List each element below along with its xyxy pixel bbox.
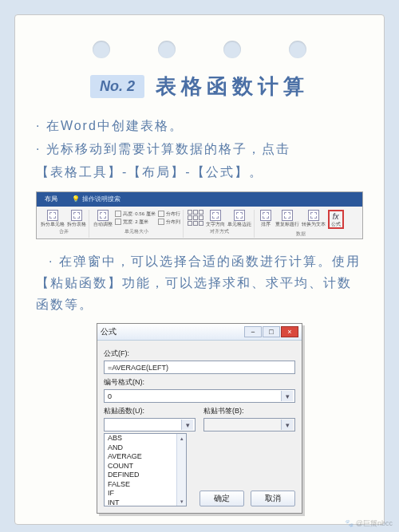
paste-function-label: 粘贴函数(U):: [104, 406, 196, 416]
group-label: 单元格大小: [124, 228, 148, 235]
format-combo[interactable]: 0: [104, 389, 295, 403]
word-ribbon: 布局 💡 操作说明搜索 拆分单元格 拆分表格 合并 自动调整 高度: 0.56 …: [36, 191, 363, 239]
sort-button[interactable]: 排序: [259, 210, 273, 227]
intro-line2: · 光标移动到需要计算数据的格子，点击: [36, 138, 363, 160]
dialog-titlebar[interactable]: 公式 − □ ×: [97, 324, 302, 341]
fx-icon: fx: [333, 212, 339, 221]
split-table-button[interactable]: 拆分表格: [67, 210, 86, 227]
list-item[interactable]: AVERAGE: [105, 452, 186, 462]
paste-bookmark-label: 粘贴书签(B):: [203, 406, 295, 416]
split-cells-button[interactable]: 拆分单元格: [41, 210, 65, 227]
ok-button[interactable]: 确定: [200, 491, 244, 506]
dialog-title: 公式: [101, 326, 117, 337]
format-field-label: 编号格式(N):: [104, 377, 295, 388]
page-title: 表格函数计算: [156, 73, 309, 100]
intro-text: · 在Word中创建表格。 · 光标移动到需要计算数据的格子，点击 【表格工具】…: [36, 115, 363, 183]
distribute-buttons[interactable]: 分布行 分布列: [158, 210, 180, 226]
intro-line1: · 在Word中创建表格。: [36, 115, 363, 136]
formula-dialog: 公式 − □ × 公式(F): =AVERAGE(LEFT) 编号格式(N): …: [97, 323, 302, 514]
list-item[interactable]: COUNT: [105, 462, 186, 471]
list-item[interactable]: ABS: [105, 434, 186, 443]
size-inputs[interactable]: 高度: 0.56 厘米 宽度: 2 厘米: [115, 210, 156, 226]
formula-button[interactable]: fx公式: [328, 210, 344, 229]
align-grid[interactable]: [188, 210, 203, 226]
instruction-para2: · 在弹窗中，可以选择合适的函数进行计算。使用【粘贴函数】功能，可以选择求和、求…: [36, 250, 363, 316]
paste-bookmark-combo: [203, 418, 295, 432]
ribbon-group-data: 排序 重复标题行 转换为文本 fx公式 数据: [256, 210, 346, 238]
ribbon-group-merge: 拆分单元格 拆分表格 合并: [38, 210, 89, 238]
list-item[interactable]: INT: [105, 499, 186, 507]
scrollbar[interactable]: ▴▾: [176, 434, 186, 506]
autofit-button[interactable]: 自动调整: [93, 210, 113, 227]
group-label: 数据: [296, 231, 306, 238]
list-item[interactable]: IF: [105, 489, 186, 499]
tell-me-search[interactable]: 💡 操作说明搜索: [65, 192, 127, 207]
group-label: 对齐方式: [210, 228, 229, 235]
list-item[interactable]: FALSE: [105, 480, 186, 490]
text-direction-button[interactable]: 文字方向: [206, 210, 225, 227]
formula-input[interactable]: =AVERAGE(LEFT): [104, 361, 295, 374]
ribbon-group-align: 文字方向 单元格边距 对齐方式: [185, 210, 255, 238]
group-label: 合并: [59, 228, 69, 235]
paste-function-combo[interactable]: [104, 418, 196, 432]
ribbon-group-cellsize: 自动调整 高度: 0.56 厘米 宽度: 2 厘米 分布行 分布列 单元格大小: [91, 210, 184, 238]
tutorial-card: No. 2 表格函数计算 · 在Word中创建表格。 · 光标移动到需要计算数据…: [14, 14, 385, 525]
minimize-button[interactable]: −: [244, 326, 262, 337]
ribbon-tabs: 布局 💡 操作说明搜索: [37, 192, 362, 207]
maximize-button[interactable]: □: [263, 326, 280, 337]
title-row: No. 2 表格函数计算: [36, 73, 363, 100]
intro-line3: 【表格工具】-【布局】-【公式】。: [36, 161, 363, 183]
cell-margins-button[interactable]: 单元格边距: [227, 210, 251, 227]
binder-holes: [36, 41, 363, 58]
watermark: 🐾 @巨蟹nbcc: [345, 518, 393, 529]
close-button[interactable]: ×: [281, 326, 298, 337]
list-item[interactable]: DEFINED: [105, 471, 186, 480]
function-listbox[interactable]: ABS AND AVERAGE COUNT DEFINED FALSE IF I…: [104, 433, 187, 506]
formula-field-label: 公式(F):: [104, 349, 295, 359]
number-badge: No. 2: [90, 75, 144, 98]
convert-text-button[interactable]: 转换为文本: [302, 210, 326, 227]
tab-layout[interactable]: 布局: [37, 192, 65, 207]
list-item[interactable]: AND: [105, 443, 186, 453]
cancel-button[interactable]: 取消: [251, 491, 295, 506]
repeat-header-button[interactable]: 重复标题行: [275, 210, 299, 227]
